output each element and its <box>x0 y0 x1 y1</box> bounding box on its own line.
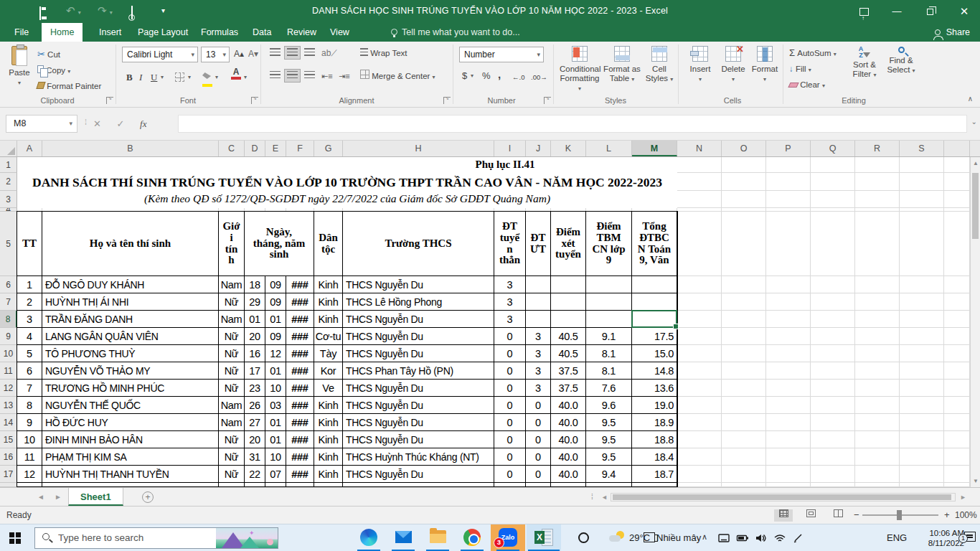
collapse-ribbon-button[interactable]: ∧ <box>968 95 973 103</box>
cell-B17[interactable]: HUỲNH THỊ THANH TUYỀN <box>42 466 219 483</box>
row-header-6[interactable]: 6 <box>0 276 17 293</box>
tab-home[interactable]: Home <box>42 23 83 42</box>
grid-cell[interactable] <box>677 276 722 293</box>
italic-button[interactable]: I <box>139 70 142 85</box>
cell-I9[interactable]: 0 <box>494 328 526 345</box>
autosum-button[interactable]: Σ AutoSum ▾ <box>789 46 837 60</box>
scroll-down-icon[interactable]: ▼ <box>971 478 980 484</box>
cell-L13[interactable]: 9.6 <box>586 397 632 414</box>
cell-L10[interactable]: 8.1 <box>586 345 632 362</box>
increase-font-button[interactable]: A▴ <box>234 47 244 61</box>
grid-cell[interactable] <box>722 397 766 414</box>
taskbar-excel-button[interactable]: X <box>527 524 561 551</box>
grid-cell[interactable] <box>677 362 722 380</box>
fill-color-caret[interactable]: ▾ <box>215 70 218 85</box>
align-right-button[interactable] <box>301 69 318 83</box>
tab-file[interactable]: File <box>6 23 37 42</box>
decrease-indent-button[interactable]: ⇤≡ <box>321 69 333 83</box>
tell-me-box[interactable]: Tell me what you want to do... <box>391 23 520 42</box>
grid-cell[interactable] <box>900 345 944 362</box>
cell-A10[interactable]: 5 <box>17 345 42 362</box>
scroll-up-icon[interactable]: ▲ <box>971 160 980 166</box>
cell-C7[interactable]: Nữ <box>219 293 245 311</box>
grid-cell[interactable] <box>811 328 855 345</box>
grid-cell[interactable] <box>855 431 900 448</box>
row-header-2[interactable]: 2 <box>0 173 17 191</box>
cell-A15[interactable]: 10 <box>17 431 42 448</box>
grid-cell[interactable] <box>811 276 855 293</box>
cell-F6[interactable]: ### <box>286 276 314 293</box>
grid-cell[interactable] <box>677 431 722 448</box>
grid-cell[interactable] <box>811 466 855 483</box>
pen-icon[interactable] <box>792 532 805 544</box>
grid-cell[interactable] <box>722 362 766 380</box>
cell-I16[interactable]: 0 <box>494 448 526 466</box>
grid-cell[interactable] <box>944 293 970 311</box>
cell-E14[interactable]: 01 <box>265 414 286 431</box>
grid-cell[interactable] <box>766 173 811 191</box>
cell-D12[interactable]: 23 <box>245 380 265 397</box>
grid-cell[interactable] <box>722 212 766 276</box>
cell-C15[interactable]: Nữ <box>219 431 245 448</box>
cell-E8[interactable]: 01 <box>265 311 286 328</box>
cell-H8[interactable]: THCS Nguyễn Du <box>343 311 494 328</box>
cell-M15[interactable]: 18.8 <box>632 431 677 448</box>
grid-cell[interactable] <box>944 328 970 345</box>
cell-H6[interactable]: THCS Nguyễn Du <box>343 276 494 293</box>
cell-E12[interactable]: 10 <box>265 380 286 397</box>
cell-H9[interactable]: THCS Nguyễn Du <box>343 328 494 345</box>
cell-K15[interactable]: 40.0 <box>551 431 586 448</box>
cell-J11[interactable]: 3 <box>526 362 551 380</box>
cell-C13[interactable]: Nam <box>219 397 245 414</box>
grid-cell[interactable] <box>722 414 766 431</box>
row-header-11[interactable]: 11 <box>0 362 17 380</box>
expand-formula-bar-icon[interactable]: ⌄ <box>971 118 977 126</box>
grid-cell[interactable] <box>722 293 766 311</box>
grid-cell[interactable] <box>944 362 970 380</box>
tab-scroll-splitter[interactable]: ⁞ <box>591 488 593 507</box>
cell-L14[interactable]: 9.5 <box>586 414 632 431</box>
grid-cell[interactable] <box>766 311 811 328</box>
grid-cell[interactable] <box>900 311 944 328</box>
cell-I7[interactable]: 3 <box>494 293 526 311</box>
format-as-table-button[interactable]: Format asTable ▾ <box>603 46 641 83</box>
cell-L12[interactable]: 7.6 <box>586 380 632 397</box>
cell-B12[interactable]: TRƯƠNG HỒ MINH PHÚC <box>42 380 219 397</box>
table-header-school[interactable]: Trường THCS <box>343 212 494 276</box>
cell-K6[interactable] <box>551 276 586 293</box>
weather-condition[interactable]: Nhiều mây <box>656 532 701 543</box>
cell-M12[interactable]: 13.6 <box>632 380 677 397</box>
cell-F8[interactable]: ### <box>286 311 314 328</box>
cell-A6[interactable]: 1 <box>17 276 42 293</box>
grid-cell[interactable] <box>944 276 970 293</box>
hscroll-right-icon[interactable]: ► <box>960 488 966 507</box>
row-header-8[interactable]: 8 <box>0 311 17 328</box>
bold-button[interactable]: B <box>126 70 133 85</box>
cell-J17[interactable]: 0 <box>526 466 551 483</box>
cell-A9[interactable]: 4 <box>17 328 42 345</box>
horizontal-scroll-thumb[interactable] <box>613 494 951 500</box>
select-all-corner[interactable] <box>0 141 17 156</box>
align-middle-button[interactable] <box>284 46 301 60</box>
taskbar-edge-button[interactable] <box>352 524 386 551</box>
row-header-10[interactable]: 10 <box>0 345 17 362</box>
cell-J13[interactable]: 0 <box>526 397 551 414</box>
cell-D9[interactable]: 20 <box>245 328 265 345</box>
grid-cell[interactable] <box>722 173 766 191</box>
cell-B8[interactable]: TRẦN ĐĂNG DANH <box>42 311 219 328</box>
cell-K13[interactable]: 40.0 <box>551 397 586 414</box>
wifi-icon[interactable] <box>773 532 786 544</box>
accounting-format-button[interactable]: $ <box>462 69 467 83</box>
row-header-13[interactable]: 13 <box>0 397 17 414</box>
grid-cell[interactable] <box>766 345 811 362</box>
grid-cell[interactable] <box>900 276 944 293</box>
grid-cell[interactable] <box>722 431 766 448</box>
grid-cell[interactable] <box>722 345 766 362</box>
cell-K7[interactable] <box>551 293 586 311</box>
cell-H12[interactable]: THCS Nguyễn Du <box>343 380 494 397</box>
horizontal-scrollbar[interactable] <box>611 493 956 501</box>
grid-cell[interactable] <box>855 328 900 345</box>
cell-E16[interactable]: 10 <box>265 448 286 466</box>
cell-L15[interactable]: 9.5 <box>586 431 632 448</box>
cell-I13[interactable]: 0 <box>494 397 526 414</box>
